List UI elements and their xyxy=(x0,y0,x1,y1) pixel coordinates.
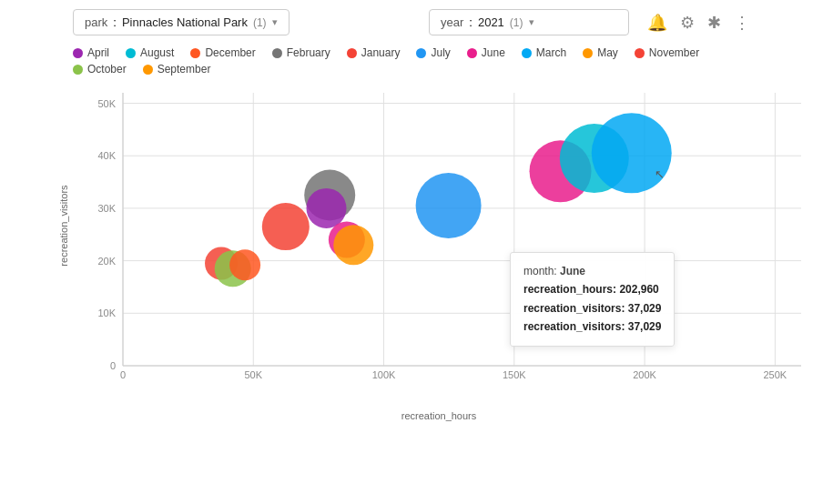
year-filter[interactable]: year: 2021 (1) ▾ xyxy=(429,9,629,35)
svg-text:0: 0 xyxy=(120,369,126,380)
legend-dot xyxy=(143,65,153,75)
legend-item-july: July xyxy=(416,46,450,59)
legend-item-april: April xyxy=(73,46,109,59)
legend-label: October xyxy=(87,63,127,76)
svg-text:10K: 10K xyxy=(97,307,116,318)
legend-dot xyxy=(635,48,645,58)
svg-text:100K: 100K xyxy=(372,369,396,380)
svg-text:↖: ↖ xyxy=(655,167,665,181)
legend-item-june: June xyxy=(467,46,505,59)
legend-label: July xyxy=(431,46,450,59)
legend-dot xyxy=(126,48,136,58)
legend-item-september: September xyxy=(143,63,211,76)
legend-dot xyxy=(190,48,200,58)
legend-label: March xyxy=(536,46,566,59)
svg-text:200K: 200K xyxy=(633,369,656,380)
scatter-chart: 050K100K150K200K250K010K20K30K40K50K↖ xyxy=(73,79,819,407)
legend-dot xyxy=(467,48,477,58)
legend-dot xyxy=(73,48,83,58)
legend-dot xyxy=(272,48,282,58)
park-filter[interactable]: park: Pinnacles National Park (1) ▾ xyxy=(73,9,290,35)
legend: AprilAugustDecemberFebruaryJanuaryJulyJu… xyxy=(0,45,823,79)
park-filter-value: Pinnacles National Park xyxy=(122,15,248,29)
year-filter-count: (1) xyxy=(510,16,523,29)
svg-text:150K: 150K xyxy=(503,369,526,380)
legend-item-november: November xyxy=(635,46,699,59)
bubble-january[interactable] xyxy=(262,203,310,250)
park-filter-count: (1) xyxy=(253,16,267,29)
legend-label: June xyxy=(482,46,505,59)
x-axis-label: recreation_hours xyxy=(73,410,805,421)
svg-text:40K: 40K xyxy=(97,150,116,161)
svg-text:0: 0 xyxy=(110,360,116,371)
filter-icon[interactable]: ⚙ xyxy=(680,13,695,33)
year-filter-chevron: ▾ xyxy=(529,16,534,28)
legend-item-august: August xyxy=(126,46,174,59)
legend-item-february: February xyxy=(272,46,330,59)
svg-text:250K: 250K xyxy=(763,369,787,380)
legend-dot xyxy=(583,48,593,58)
bubble-december[interactable] xyxy=(229,249,260,280)
y-axis-label: recreation_visitors xyxy=(58,185,69,266)
legend-dot xyxy=(347,48,357,58)
top-bar: park: Pinnacles National Park (1) ▾ year… xyxy=(0,0,823,45)
legend-label: April xyxy=(87,46,109,59)
toolbar-icons: 🔔 ⚙ ✱ ⋮ xyxy=(647,13,750,33)
legend-dot xyxy=(522,48,532,58)
year-filter-key: year xyxy=(441,15,463,29)
legend-label: February xyxy=(287,46,330,59)
bubble-september[interactable] xyxy=(333,225,373,265)
legend-label: December xyxy=(205,46,255,59)
year-filter-value: 2021 xyxy=(478,15,504,29)
legend-item-march: March xyxy=(522,46,566,59)
bell-icon[interactable]: 🔔 xyxy=(647,13,667,33)
svg-text:50K: 50K xyxy=(97,98,116,109)
more-icon[interactable]: ⋮ xyxy=(734,13,750,33)
legend-item-january: January xyxy=(347,46,401,59)
park-filter-key: park xyxy=(85,15,107,29)
legend-dot xyxy=(73,65,83,75)
svg-text:20K: 20K xyxy=(97,256,116,267)
bubble-july[interactable] xyxy=(416,173,482,238)
legend-item-october: October xyxy=(73,63,127,76)
star-icon[interactable]: ✱ xyxy=(707,13,721,33)
bubble-april[interactable] xyxy=(307,188,347,228)
svg-text:30K: 30K xyxy=(97,203,116,214)
legend-label: September xyxy=(157,63,211,76)
park-filter-chevron: ▾ xyxy=(272,16,278,28)
legend-label: January xyxy=(361,46,401,59)
legend-label: May xyxy=(597,46,618,59)
legend-label: August xyxy=(140,46,174,59)
legend-dot xyxy=(416,48,426,58)
legend-item-december: December xyxy=(190,46,255,59)
legend-label: November xyxy=(649,46,699,59)
legend-item-may: May xyxy=(583,46,618,59)
svg-text:50K: 50K xyxy=(244,369,262,380)
